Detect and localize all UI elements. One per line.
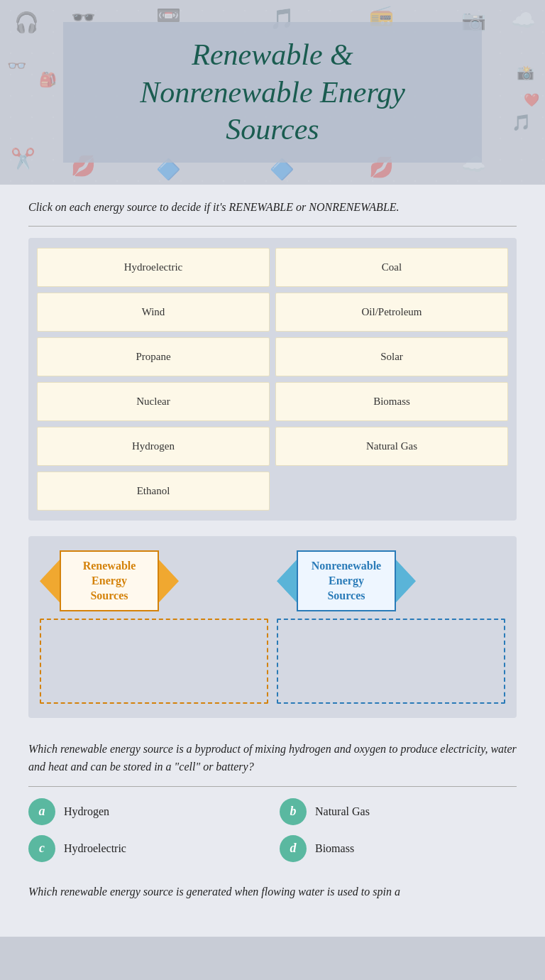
renewable-drop-area[interactable] xyxy=(40,619,268,704)
nonrenewable-column: NonrenewableEnergySources xyxy=(277,550,505,704)
renewable-ribbon-left xyxy=(40,560,60,602)
energy-item-natural-gas[interactable]: Natural Gas xyxy=(275,427,508,466)
energy-item-oil-petroleum[interactable]: Oil/Petroleum xyxy=(275,293,508,332)
doodle-icon-17: ❤️ xyxy=(524,92,539,108)
answer-option-d[interactable]: d Biomass xyxy=(280,835,517,862)
energy-item-coal[interactable]: Coal xyxy=(275,248,508,287)
energy-item-hydroelectric[interactable]: Hydroelectric xyxy=(37,248,270,287)
renewable-ribbon-wrapper: RenewableEnergySources xyxy=(40,550,268,611)
renewable-ribbon-right xyxy=(159,560,179,602)
doodle-icon-14: 👓 xyxy=(7,57,26,75)
answer-label-b: Natural Gas xyxy=(315,805,370,818)
answer-badge-d: d xyxy=(280,835,307,862)
nonrenewable-ribbon-wrapper: NonrenewableEnergySources xyxy=(277,550,505,611)
doodle-icon-15: 🎒 xyxy=(39,71,57,88)
question-2-text: Which renewable energy source is generat… xyxy=(28,883,517,901)
question-1-divider xyxy=(28,786,517,787)
renewable-column: RenewableEnergySources xyxy=(40,550,268,704)
energy-item-solar[interactable]: Solar xyxy=(275,337,508,376)
page-title: Renewable &Nonrenewable EnergySources xyxy=(92,36,453,148)
doodle-icon-8: ✂️ xyxy=(11,147,35,170)
title-banner: Renewable &Nonrenewable EnergySources xyxy=(63,22,482,163)
main-content: Click on each energy source to decide if… xyxy=(0,185,545,937)
nonrenewable-ribbon-left xyxy=(277,560,297,602)
answer-label-d: Biomass xyxy=(315,842,354,855)
question-1-section: Which renewable energy source is a bypro… xyxy=(28,734,517,915)
answer-badge-c: c xyxy=(28,835,55,862)
renewable-ribbon-label: RenewableEnergySources xyxy=(60,550,159,611)
energy-item-propane[interactable]: Propane xyxy=(37,337,270,376)
energy-item-nuclear[interactable]: Nuclear xyxy=(37,382,270,421)
section-divider-1 xyxy=(28,226,517,227)
doodle-icon-1: 🎧 xyxy=(14,11,39,34)
answer-label-c: Hydroelectric xyxy=(64,842,126,855)
question-1-text: Which renewable energy source is a bypro… xyxy=(28,741,517,776)
energy-item-wind[interactable]: Wind xyxy=(37,293,270,332)
energy-item-hydrogen[interactable]: Hydrogen xyxy=(37,427,270,466)
answer-grid-1: a Hydrogen b Natural Gas c Hydroelectric… xyxy=(28,798,517,862)
answer-option-a[interactable]: a Hydrogen xyxy=(28,798,265,825)
doodle-icon-16: 📸 xyxy=(517,64,534,81)
energy-item-ethanol[interactable]: Ethanol xyxy=(37,472,270,511)
energy-item-biomass[interactable]: Biomass xyxy=(275,382,508,421)
answer-option-c[interactable]: c Hydroelectric xyxy=(28,835,265,862)
doodle-icon-7: ☁️ xyxy=(511,9,536,32)
answer-label-a: Hydrogen xyxy=(64,805,109,818)
doodle-icon-18: 🎵 xyxy=(512,114,531,132)
nonrenewable-ribbon-label: NonrenewableEnergySources xyxy=(297,550,396,611)
nonrenewable-drop-area[interactable] xyxy=(277,619,505,704)
answer-badge-a: a xyxy=(28,798,55,825)
nonrenewable-ribbon-right xyxy=(396,560,416,602)
sort-section: RenewableEnergySources NonrenewableEnerg… xyxy=(28,536,517,718)
header-banner: 🎧 🕶️ 📼 🎵 📻 📷 ☁️ ✂️ 💋 🔷 🔷 💋 ☁️ 👓 🎒 📸 ❤️ 🎵… xyxy=(0,0,545,185)
instruction-text: Click on each energy source to decide if… xyxy=(28,199,517,216)
energy-grid: Hydroelectric Coal Wind Oil/Petroleum Pr… xyxy=(37,248,508,511)
answer-badge-b: b xyxy=(280,798,307,825)
energy-grid-container: Hydroelectric Coal Wind Oil/Petroleum Pr… xyxy=(28,238,517,521)
answer-option-b[interactable]: b Natural Gas xyxy=(280,798,517,825)
